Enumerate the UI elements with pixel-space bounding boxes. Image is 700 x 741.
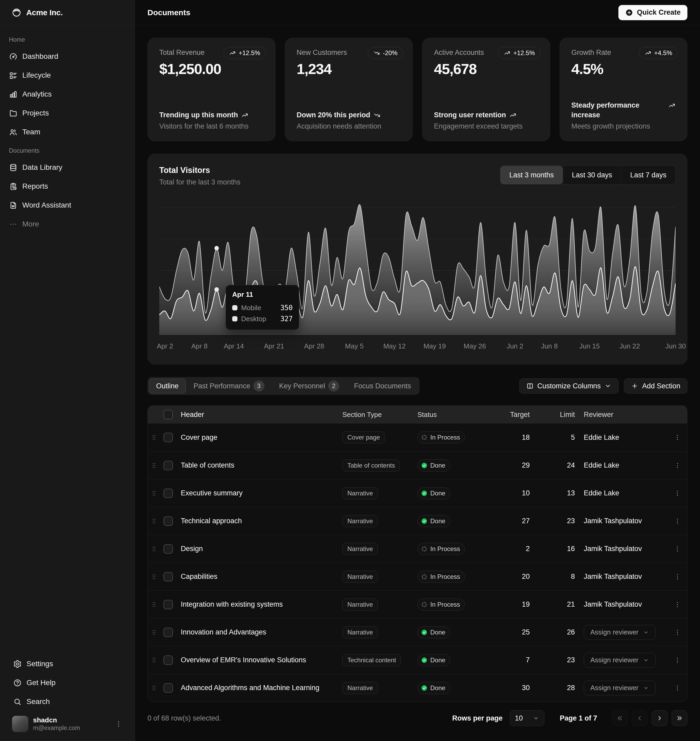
range-option-last-7-days[interactable]: Last 7 days bbox=[621, 166, 675, 184]
range-option-last-3-months[interactable]: Last 3 months bbox=[500, 166, 563, 184]
tab-past-performance[interactable]: Past Performance3 bbox=[187, 379, 271, 393]
loader-icon bbox=[421, 573, 428, 580]
row-kebab-icon[interactable] bbox=[674, 601, 681, 608]
target-cell[interactable]: 19 bbox=[499, 600, 539, 609]
sidebar-item-lifecycle[interactable]: Lifecycle bbox=[4, 67, 130, 84]
rows-per-page-select[interactable]: 10 bbox=[510, 710, 544, 726]
limit-cell[interactable]: 13 bbox=[539, 489, 584, 497]
app-root: Acme Inc. HomeDashboardLifecycleAnalytic… bbox=[0, 0, 700, 741]
quick-create-button[interactable]: Quick Create bbox=[618, 5, 687, 20]
sidebar-item-search[interactable]: Search bbox=[9, 693, 126, 710]
row-checkbox[interactable] bbox=[163, 628, 173, 637]
row-header-cell[interactable]: Table of contents bbox=[181, 461, 343, 469]
prev-page-button[interactable] bbox=[632, 710, 647, 726]
target-cell[interactable]: 2 bbox=[499, 545, 539, 553]
row-header-cell[interactable]: Innovation and Advantages bbox=[181, 628, 343, 636]
last-page-button[interactable] bbox=[672, 710, 687, 726]
target-cell[interactable]: 20 bbox=[499, 573, 539, 581]
add-section-button[interactable]: Add Section bbox=[624, 378, 687, 394]
row-checkbox[interactable] bbox=[163, 488, 173, 498]
row-checkbox[interactable] bbox=[163, 656, 173, 665]
row-kebab-icon[interactable] bbox=[674, 434, 681, 441]
sidebar-item-analytics[interactable]: Analytics bbox=[4, 86, 130, 103]
sidebar-item-settings[interactable]: Settings bbox=[9, 656, 126, 672]
grip-icon[interactable] bbox=[151, 657, 157, 664]
target-cell[interactable]: 30 bbox=[499, 684, 539, 692]
row-kebab-icon[interactable] bbox=[674, 684, 681, 692]
tab-outline[interactable]: Outline bbox=[149, 379, 186, 393]
select-all-checkbox[interactable] bbox=[163, 410, 173, 419]
grip-icon[interactable] bbox=[151, 434, 157, 441]
brand-button[interactable]: Acme Inc. bbox=[7, 5, 67, 20]
limit-cell[interactable]: 24 bbox=[539, 461, 584, 469]
limit-cell[interactable]: 21 bbox=[539, 600, 584, 609]
row-checkbox[interactable] bbox=[163, 544, 173, 554]
next-page-button[interactable] bbox=[652, 710, 668, 726]
customize-columns-button[interactable]: Customize Columns bbox=[519, 378, 619, 394]
row-header-cell[interactable]: Executive summary bbox=[181, 489, 343, 497]
sidebar-item-get-help[interactable]: Get Help bbox=[9, 674, 126, 691]
sidebar-item-dashboard[interactable]: Dashboard bbox=[4, 48, 130, 65]
section-type-cell: Narrative bbox=[343, 682, 418, 694]
limit-cell[interactable]: 5 bbox=[539, 434, 584, 442]
target-cell[interactable]: 27 bbox=[499, 517, 539, 525]
row-kebab-icon[interactable] bbox=[674, 518, 681, 525]
row-header-cell[interactable]: Technical approach bbox=[181, 517, 343, 525]
sidebar-item-team[interactable]: Team bbox=[4, 124, 130, 140]
assign-reviewer-select[interactable]: Assign reviewer bbox=[584, 681, 656, 695]
grip-icon[interactable] bbox=[151, 573, 157, 580]
assign-reviewer-select[interactable]: Assign reviewer bbox=[584, 625, 656, 640]
user-menu-button[interactable]: shadcn m@example.com bbox=[9, 713, 126, 735]
target-cell[interactable]: 25 bbox=[499, 628, 539, 636]
row-header-cell[interactable]: Cover page bbox=[181, 434, 343, 442]
grip-icon[interactable] bbox=[151, 685, 157, 691]
row-checkbox[interactable] bbox=[163, 516, 173, 526]
row-header-cell[interactable]: Design bbox=[181, 545, 343, 553]
limit-cell[interactable]: 26 bbox=[539, 628, 584, 636]
sidebar-item-word-assistant[interactable]: Word Assistant bbox=[4, 197, 130, 213]
row-kebab-icon[interactable] bbox=[674, 545, 681, 553]
status-label: Done bbox=[430, 490, 445, 497]
target-cell[interactable]: 29 bbox=[499, 461, 539, 469]
grip-icon[interactable] bbox=[151, 601, 157, 608]
range-option-last-30-days[interactable]: Last 30 days bbox=[563, 166, 621, 184]
section-type-badge: Narrative bbox=[343, 571, 378, 583]
row-checkbox[interactable] bbox=[163, 461, 173, 470]
grip-icon[interactable] bbox=[151, 490, 157, 497]
limit-cell[interactable]: 23 bbox=[539, 656, 584, 664]
chevron-left-icon bbox=[636, 715, 643, 722]
limit-cell[interactable]: 16 bbox=[539, 545, 584, 553]
row-kebab-icon[interactable] bbox=[674, 629, 681, 636]
grip-icon[interactable] bbox=[151, 462, 157, 469]
row-header-cell[interactable]: Advanced Algorithms and Machine Learning bbox=[181, 684, 343, 692]
row-header-cell[interactable]: Integration with existing systems bbox=[181, 600, 343, 609]
limit-cell[interactable]: 28 bbox=[539, 684, 584, 692]
row-kebab-icon[interactable] bbox=[674, 490, 681, 497]
row-header-cell[interactable]: Capabilities bbox=[181, 573, 343, 581]
first-page-button[interactable] bbox=[612, 710, 628, 726]
tab-focus-documents[interactable]: Focus Documents bbox=[347, 379, 418, 393]
sidebar-item-more[interactable]: More bbox=[4, 216, 130, 232]
row-kebab-icon[interactable] bbox=[674, 462, 681, 469]
row-header-cell[interactable]: Overview of EMR's Innovative Solutions bbox=[181, 656, 343, 664]
row-checkbox[interactable] bbox=[163, 433, 173, 442]
row-kebab-icon[interactable] bbox=[674, 657, 681, 664]
row-checkbox[interactable] bbox=[163, 572, 173, 581]
sidebar-item-projects[interactable]: Projects bbox=[4, 105, 130, 122]
target-cell[interactable]: 18 bbox=[499, 434, 539, 442]
grip-icon[interactable] bbox=[151, 629, 157, 636]
grip-icon[interactable] bbox=[151, 518, 157, 525]
sidebar-item-data-library[interactable]: Data Library bbox=[4, 159, 130, 176]
grip-icon[interactable] bbox=[151, 545, 157, 552]
row-kebab-icon[interactable] bbox=[674, 573, 681, 581]
limit-cell[interactable]: 23 bbox=[539, 517, 584, 525]
row-checkbox[interactable] bbox=[163, 600, 173, 609]
target-cell[interactable]: 7 bbox=[499, 656, 539, 664]
visitors-area-chart[interactable]: Apr 11Mobile350Desktop327 bbox=[159, 198, 676, 335]
assign-reviewer-select[interactable]: Assign reviewer bbox=[584, 653, 656, 667]
limit-cell[interactable]: 8 bbox=[539, 573, 584, 581]
tab-key-personnel[interactable]: Key Personnel2 bbox=[272, 379, 346, 393]
sidebar-item-reports[interactable]: Reports bbox=[4, 178, 130, 195]
row-checkbox[interactable] bbox=[163, 683, 173, 693]
target-cell[interactable]: 10 bbox=[499, 489, 539, 497]
